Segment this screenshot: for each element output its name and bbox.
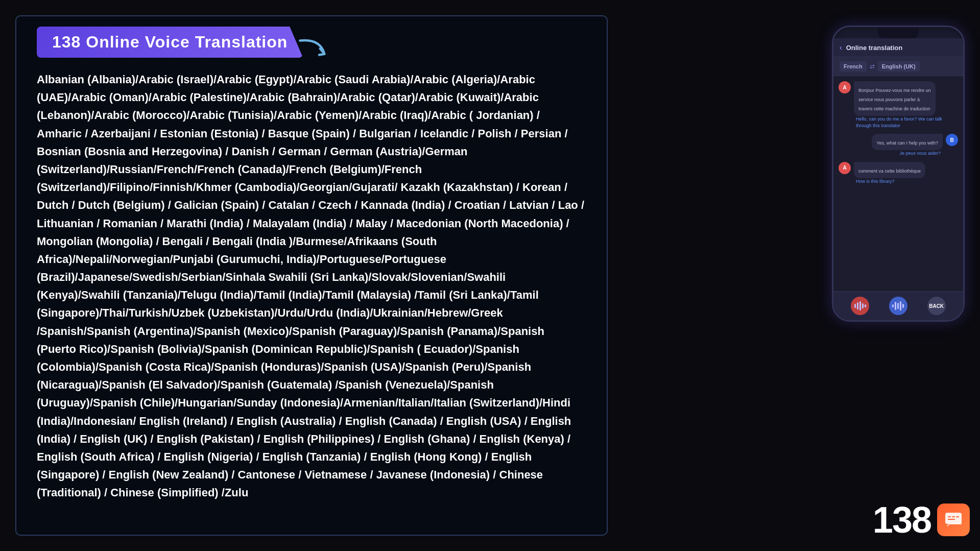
languages-list: Albanian (Albania)/Arabic (Israel)/Arabi… xyxy=(37,70,586,502)
wave-bar xyxy=(854,304,856,308)
wave-bar xyxy=(862,303,864,308)
main-title: 138 Online Voice Translation xyxy=(52,33,288,51)
wave-bars-right xyxy=(892,301,904,311)
app-header-title: Online translation xyxy=(846,44,903,52)
app-header: ‹ Online translation xyxy=(833,38,963,57)
wave-bars-left xyxy=(854,301,866,311)
back-arrow-icon[interactable]: ‹ xyxy=(840,43,842,52)
phone-frame: ‹ Online translation French ⇄ English (U… xyxy=(832,26,965,322)
message-bubble-2: Yes, what can I help you with? xyxy=(872,134,943,150)
wave-bar xyxy=(897,303,899,309)
message-row-2: B Yes, what can I help you with? Je peux… xyxy=(839,134,958,157)
target-language-button[interactable]: English (UK) xyxy=(878,61,920,71)
message-translation-3: How is this library? xyxy=(854,178,925,185)
avatar-b-2: B xyxy=(946,134,958,146)
svg-rect-3 xyxy=(956,516,959,517)
wave-bar xyxy=(865,304,866,307)
bottom-controls-bar: BACK xyxy=(833,291,963,320)
message-text-3: comment va cette bibliothèque xyxy=(858,169,921,174)
main-content-panel: 138 Online Voice Translation Albanian (A… xyxy=(15,15,608,536)
back-button[interactable]: BACK xyxy=(927,297,946,315)
message-bubble-1: Bonjour Pouvez-vous me rendre un service… xyxy=(854,81,936,116)
avatar-a-1: A xyxy=(839,81,851,93)
arrow-icon xyxy=(298,32,333,67)
wave-bar xyxy=(900,301,901,310)
wave-bar xyxy=(892,304,894,307)
mic-left-button[interactable] xyxy=(851,297,869,315)
message-row-1: A Bonjour Pouvez-vous me rendre un servi… xyxy=(839,81,958,129)
message-bubble-3: comment va cette bibliothèque xyxy=(854,162,925,178)
source-language-button[interactable]: French xyxy=(840,61,867,71)
language-selector: French ⇄ English (UK) xyxy=(833,57,963,76)
phone-notch xyxy=(878,27,919,38)
message-translation-1: Hello, can you do me a favor? We can tal… xyxy=(854,116,958,129)
chat-area: A Bonjour Pouvez-vous me rendre un servi… xyxy=(833,76,963,291)
chat-icon xyxy=(943,510,964,530)
title-background: 138 Online Voice Translation xyxy=(37,27,303,58)
phone-mockup: ‹ Online translation French ⇄ English (U… xyxy=(832,26,965,322)
branding-section: 138 xyxy=(873,499,970,541)
message-row-3: A comment va cette bibliothèque How is t… xyxy=(839,162,958,185)
svg-rect-0 xyxy=(945,513,962,524)
swap-languages-icon[interactable]: ⇄ xyxy=(870,63,875,70)
wave-bar xyxy=(902,304,904,308)
brand-number: 138 xyxy=(873,499,931,541)
avatar-a-3: A xyxy=(839,162,851,174)
title-banner: 138 Online Voice Translation xyxy=(37,27,303,58)
brand-icon xyxy=(937,504,970,536)
message-text-2: Yes, what can I help you with? xyxy=(876,140,938,146)
svg-rect-2 xyxy=(952,516,955,517)
wave-bar xyxy=(895,302,896,310)
message-translation-2: Je peux vous aider? xyxy=(897,150,943,157)
message-text-1: Bonjour Pouvez-vous me rendre un service… xyxy=(858,88,931,111)
mic-right-button[interactable] xyxy=(889,297,907,315)
svg-rect-1 xyxy=(948,516,951,517)
app-screen: ‹ Online translation French ⇄ English (U… xyxy=(833,38,963,320)
wave-bar xyxy=(857,302,858,309)
wave-bar xyxy=(859,301,861,310)
svg-rect-4 xyxy=(948,519,955,520)
